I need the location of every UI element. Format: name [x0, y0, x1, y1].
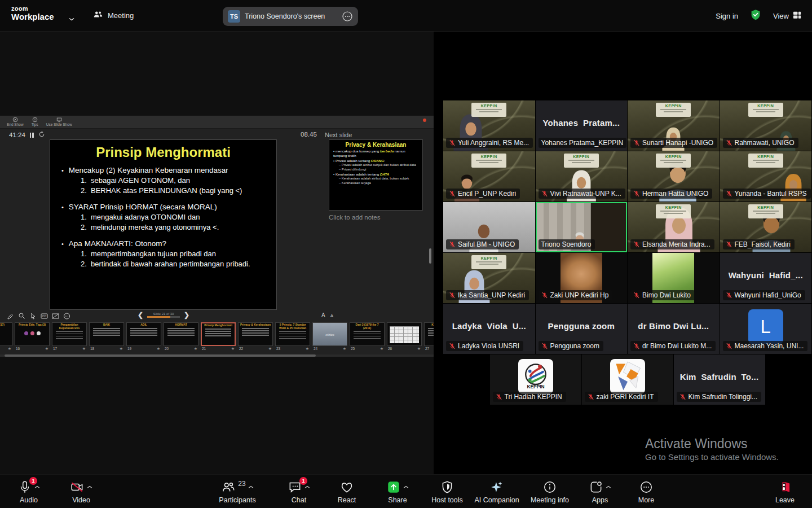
- security-shield-icon[interactable]: [749, 8, 762, 23]
- caret-up-icon[interactable]: [248, 485, 254, 489]
- more-tools-icon[interactable]: [63, 312, 70, 322]
- star-icon[interactable]: ★: [120, 347, 123, 351]
- magnifier-icon[interactable]: [18, 312, 25, 322]
- caret-up-icon[interactable]: [606, 485, 611, 489]
- participant-name: Yuli Anggraini, RS Me...: [458, 139, 529, 147]
- view-button[interactable]: View: [773, 10, 802, 21]
- next-slide-preview[interactable]: Privacy & Kerahasiaan • mencakup dua kon…: [329, 139, 423, 211]
- star-icon[interactable]: ★: [343, 347, 346, 351]
- more-options-icon[interactable]: [342, 11, 353, 22]
- presenter-control-tips[interactable]: Tips: [32, 117, 38, 126]
- caret-up-icon[interactable]: [403, 485, 409, 489]
- participant-tile[interactable]: Pengguna zoomPengguna zoom: [536, 304, 628, 354]
- participant-tile[interactable]: Saiful BM - UNIGO: [443, 202, 535, 252]
- annotate-pen-icon[interactable]: [7, 312, 14, 322]
- participant-tile[interactable]: Triono Soendoro: [536, 202, 628, 252]
- sign-in-button[interactable]: Sign in: [716, 12, 738, 20]
- toolbar-more[interactable]: More: [615, 479, 677, 504]
- star-icon[interactable]: ★: [417, 347, 421, 351]
- grid-view-icon: [792, 10, 802, 21]
- filmstrip-slide-15[interactable]: Intervensi (17)15★: [0, 322, 12, 354]
- participant-name: Triono Soendoro: [541, 240, 592, 248]
- participant-tile[interactable]: KEPPINSunarti Hanapi -UNIGO: [628, 100, 720, 151]
- participant-tile[interactable]: Yohanes Pratam...Yohanes Pratama_KEPPIN: [536, 100, 628, 151]
- people-icon: [221, 480, 236, 494]
- filmstrip-scrollbar[interactable]: [0, 354, 434, 357]
- star-icon[interactable]: ★: [306, 347, 309, 351]
- presenter-control-end-show[interactable]: End Show: [7, 117, 24, 126]
- filmstrip-slide-22[interactable]: Privacy & Kerahasiaan22★: [238, 322, 273, 354]
- star-icon[interactable]: ★: [231, 347, 235, 351]
- filmstrip-slide-24[interactable]: ethics24★: [312, 322, 347, 354]
- chevron-down-icon[interactable]: [68, 14, 75, 24]
- participant-tile[interactable]: Wahyuni Hafid_...Wahyuni Hafid_UniGo: [720, 253, 812, 303]
- toolbar-video[interactable]: Video: [50, 479, 112, 504]
- closed-captions-icon[interactable]: CC: [41, 312, 48, 322]
- filmstrip-slide-23[interactable]: 5 Prinsip, 7 Standar WHO & 25 Pedoman WH…: [275, 322, 310, 354]
- slide-bullets: •Mencakup (2) Keyakinan Kebenaran mendas…: [61, 166, 265, 268]
- participant-tile[interactable]: KEPPINHerman Hatta UNIGO: [628, 151, 720, 202]
- star-icon[interactable]: ★: [45, 347, 48, 351]
- star-icon[interactable]: ★: [157, 347, 160, 351]
- share-scrollbar-thumb[interactable]: [429, 248, 431, 264]
- star-icon[interactable]: ★: [268, 347, 272, 351]
- caret-up-icon[interactable]: [304, 485, 310, 489]
- participant-tile[interactable]: Zaki UNP Kediri Hp: [536, 253, 628, 303]
- filmstrip-slide-16[interactable]: Prinsip Etik: Tiga (3)16★: [15, 322, 50, 354]
- filmstrip-slide-19[interactable]: ADIL19★: [126, 322, 161, 354]
- participant-tile[interactable]: Kim Safrudin To...Kim Safrudin Tolinggi.…: [674, 354, 765, 405]
- participant-tile[interactable]: KEPPINVivi Ratnawati-UNP K...: [536, 151, 628, 202]
- caret-up-icon[interactable]: [87, 485, 92, 489]
- filmstrip-slide-26[interactable]: 26★: [387, 322, 422, 354]
- decrease-text-size-icon[interactable]: A: [330, 313, 333, 318]
- participant-tile[interactable]: KEPPINElsanda Merita Indra...: [628, 202, 720, 252]
- filmstrip-slide-25[interactable]: Dari 3 (1979) ke 7 (2011)25★: [350, 322, 385, 354]
- participant-name-label: Elsanda Merita Indra...: [630, 239, 714, 249]
- filmstrip-slide-21[interactable]: Prinsip Menghormati21★: [201, 322, 236, 354]
- filmstrip-slide-18[interactable]: BAIK18★: [89, 322, 124, 354]
- filmstrip-slide-17[interactable]: Pengambilan Keputusan Etis17★: [52, 322, 87, 354]
- previous-slide-arrow-icon[interactable]: ❮: [138, 311, 143, 319]
- star-icon[interactable]: ★: [380, 347, 383, 351]
- pointer-icon[interactable]: [29, 312, 37, 322]
- current-slide: Prinsip Menghormati •Mencakup (2) Keyaki…: [50, 139, 277, 310]
- caret-up-icon[interactable]: [34, 485, 40, 489]
- share-icon: [386, 480, 401, 494]
- black-screen-icon[interactable]: [52, 312, 59, 322]
- participant-name: dr Bimo Dwi Lukito M...: [642, 342, 712, 350]
- participant-tile[interactable]: KEPPINIka Santia_UNP Kediri: [443, 253, 535, 303]
- presenter-control-use-slide-show[interactable]: Use Slide Show: [46, 117, 72, 126]
- keppin-logo: KEPPIN: [518, 359, 553, 394]
- pause-timer-icon[interactable]: [30, 133, 34, 138]
- next-slide-arrow-icon[interactable]: ❯: [184, 311, 189, 319]
- participant-tile[interactable]: LMaesarah Yasin, UNI...: [720, 304, 812, 354]
- screen-share-pill[interactable]: TS Triono Soendoro's screen: [223, 7, 358, 26]
- mic-muted-icon: [449, 139, 456, 146]
- star-icon[interactable]: ★: [194, 347, 197, 351]
- slide-number: 24: [314, 347, 317, 351]
- toolbar-participants[interactable]: 23Participants: [206, 479, 268, 504]
- participant-name-label: Yunanda - Bantul RSPS: [723, 189, 811, 199]
- restart-timer-icon[interactable]: [38, 131, 45, 139]
- tab-meeting[interactable]: Meeting: [93, 10, 134, 21]
- participant-tile[interactable]: Ladyka Viola U...Ladyka Viola UNSRI: [443, 304, 535, 354]
- participant-name: Vivi Ratnawati-UNP K...: [550, 190, 621, 198]
- participant-tile[interactable]: KEPPINFEB_Faisol, Kediri: [720, 202, 812, 252]
- increase-text-size-icon[interactable]: A: [321, 312, 325, 318]
- filmstrip-slide-27[interactable]: KEPK: Standar27★: [424, 322, 434, 354]
- participant-tile[interactable]: KEPPINTri Hadiah KEPPIN: [490, 354, 581, 405]
- notes-placeholder[interactable]: Click to add notes: [329, 214, 380, 221]
- participant-tile[interactable]: KEPPINYuli Anggraini, RS Me...: [443, 100, 535, 151]
- participant-tile[interactable]: KEPPINRahmawati, UNIGO: [720, 100, 812, 151]
- participant-tile[interactable]: zaki PGRI Kediri IT: [582, 354, 673, 405]
- star-icon[interactable]: ★: [8, 347, 11, 351]
- star-icon[interactable]: ★: [82, 347, 86, 351]
- shared-screen-region: End ShowTipsUse Slide Show 41:24 Prinsip…: [0, 32, 434, 474]
- participant-tile[interactable]: KEPPINYunanda - Bantul RSPS: [720, 151, 812, 202]
- toolbar-leave[interactable]: Leave: [754, 479, 812, 504]
- zoom-workplace-logo[interactable]: zoom Workplace: [11, 5, 54, 21]
- filmstrip-slide-20[interactable]: HORMAT20★: [164, 322, 198, 354]
- participant-tile[interactable]: KEPPINEncil P_UNP Kediri: [443, 151, 535, 202]
- participant-tile[interactable]: Bimo Dwi Lukito: [628, 253, 720, 303]
- participant-tile[interactable]: dr Bimo Dwi Lu...dr Bimo Dwi Lukito M...: [628, 304, 720, 354]
